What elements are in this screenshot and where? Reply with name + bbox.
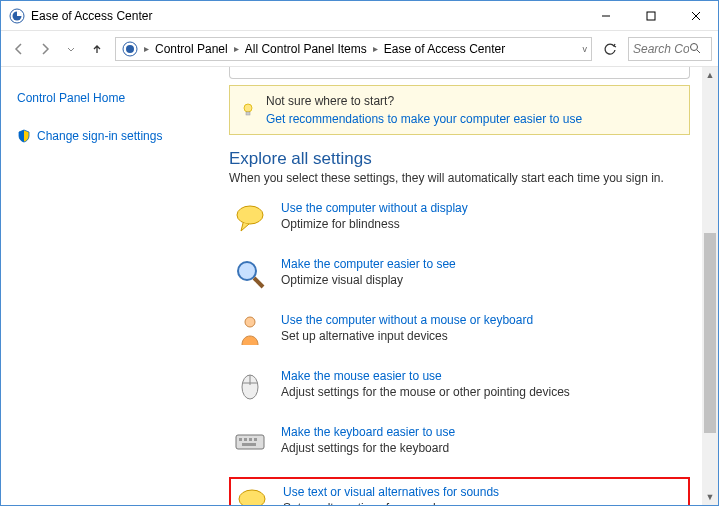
- main-content: Not sure where to start? Get recommendat…: [211, 67, 718, 505]
- svg-rect-24: [242, 443, 256, 446]
- scroll-thumb[interactable]: [704, 233, 716, 433]
- svg-rect-20: [239, 438, 242, 441]
- setting-keyboard-easier: Make the keyboard easier to use Adjust s…: [229, 421, 700, 463]
- maximize-button[interactable]: [628, 1, 673, 31]
- setting-without-mouse-keyboard: Use the computer without a mouse or keyb…: [229, 309, 700, 351]
- setting-sound-alternatives: Use text or visual alternatives for soun…: [229, 477, 690, 505]
- scroll-up-arrow[interactable]: ▲: [702, 67, 718, 83]
- window-title: Ease of Access Center: [31, 9, 583, 23]
- chevron-right-icon[interactable]: ▸: [142, 43, 151, 54]
- up-button[interactable]: [85, 37, 109, 61]
- setting-without-display: Use the computer without a display Optim…: [229, 197, 700, 239]
- svg-point-12: [237, 206, 263, 224]
- collapsed-section-stub: [229, 67, 690, 79]
- info-question: Not sure where to start?: [266, 94, 394, 108]
- close-button[interactable]: [673, 1, 718, 31]
- setting-desc: Adjust settings for the mouse or other p…: [281, 385, 570, 399]
- speech-bubble-icon: [235, 485, 269, 505]
- sidebar: Control Panel Home Change sign-in settin…: [1, 67, 211, 505]
- chevron-right-icon[interactable]: ▸: [371, 43, 380, 54]
- svg-rect-22: [249, 438, 252, 441]
- breadcrumb[interactable]: ▸ Control Panel ▸ All Control Panel Item…: [115, 37, 592, 61]
- forward-button[interactable]: [33, 37, 57, 61]
- svg-rect-19: [236, 435, 264, 449]
- ease-of-access-icon: [9, 8, 25, 24]
- svg-rect-3: [647, 12, 655, 20]
- svg-point-15: [245, 317, 255, 327]
- breadcrumb-control-panel[interactable]: Control Panel: [151, 38, 232, 60]
- sidebar-home-label: Control Panel Home: [17, 91, 125, 105]
- svg-point-7: [126, 45, 134, 53]
- svg-point-13: [238, 262, 256, 280]
- control-panel-icon: [122, 41, 138, 57]
- setting-link[interactable]: Use the computer without a display: [281, 201, 468, 215]
- speech-bubble-icon: [233, 201, 267, 235]
- search-box[interactable]: [628, 37, 712, 61]
- svg-point-8: [691, 43, 698, 50]
- search-icon[interactable]: [689, 40, 701, 58]
- setting-link[interactable]: Make the keyboard easier to use: [281, 425, 455, 439]
- vertical-scrollbar[interactable]: ▲ ▼: [702, 67, 718, 505]
- search-input[interactable]: [633, 42, 689, 56]
- setting-link[interactable]: Make the mouse easier to use: [281, 369, 570, 383]
- setting-desc: Set up alternative input devices: [281, 329, 533, 343]
- mouse-icon: [233, 369, 267, 403]
- svg-line-14: [254, 278, 263, 287]
- chevron-right-icon[interactable]: ▸: [232, 43, 241, 54]
- svg-line-9: [697, 50, 700, 53]
- setting-desc: Adjust settings for the keyboard: [281, 441, 455, 455]
- svg-rect-23: [254, 438, 257, 441]
- sidebar-signin-label: Change sign-in settings: [37, 129, 162, 143]
- setting-mouse-easier: Make the mouse easier to use Adjust sett…: [229, 365, 700, 407]
- keyboard-icon: [233, 425, 267, 459]
- person-icon: [233, 313, 267, 347]
- setting-link[interactable]: Make the computer easier to see: [281, 257, 456, 271]
- change-signin-settings-link[interactable]: Change sign-in settings: [17, 123, 201, 149]
- refresh-button[interactable]: [598, 37, 622, 61]
- setting-desc: Set up alternatives for sounds: [283, 501, 499, 505]
- svg-point-25: [239, 490, 265, 505]
- control-panel-home-link[interactable]: Control Panel Home: [17, 85, 201, 111]
- chevron-down-icon[interactable]: v: [581, 44, 590, 54]
- navbar: ▸ Control Panel ▸ All Control Panel Item…: [1, 31, 718, 67]
- scroll-track[interactable]: [702, 83, 718, 489]
- svg-rect-21: [244, 438, 247, 441]
- settings-list: Use the computer without a display Optim…: [229, 197, 700, 505]
- setting-easier-to-see: Make the computer easier to see Optimize…: [229, 253, 700, 295]
- scroll-down-arrow[interactable]: ▼: [702, 489, 718, 505]
- explore-heading: Explore all settings: [229, 149, 700, 169]
- explore-subtext: When you select these settings, they wil…: [229, 171, 700, 185]
- back-button[interactable]: [7, 37, 31, 61]
- titlebar: Ease of Access Center: [1, 1, 718, 31]
- info-recommendation-link[interactable]: Get recommendations to make your compute…: [266, 112, 582, 126]
- svg-point-10: [244, 104, 252, 112]
- setting-desc: Optimize for blindness: [281, 217, 468, 231]
- recommendation-infobox: Not sure where to start? Get recommendat…: [229, 85, 690, 135]
- magnifier-icon: [233, 257, 267, 291]
- minimize-button[interactable]: [583, 1, 628, 31]
- svg-rect-11: [246, 112, 250, 115]
- breadcrumb-ease-of-access[interactable]: Ease of Access Center: [380, 38, 509, 60]
- breadcrumb-all-items[interactable]: All Control Panel Items: [241, 38, 371, 60]
- setting-link[interactable]: Use text or visual alternatives for soun…: [283, 485, 499, 499]
- lightbulb-icon: [240, 102, 256, 118]
- shield-icon: [17, 129, 31, 143]
- setting-link[interactable]: Use the computer without a mouse or keyb…: [281, 313, 533, 327]
- setting-desc: Optimize visual display: [281, 273, 456, 287]
- recent-locations-button[interactable]: [59, 37, 83, 61]
